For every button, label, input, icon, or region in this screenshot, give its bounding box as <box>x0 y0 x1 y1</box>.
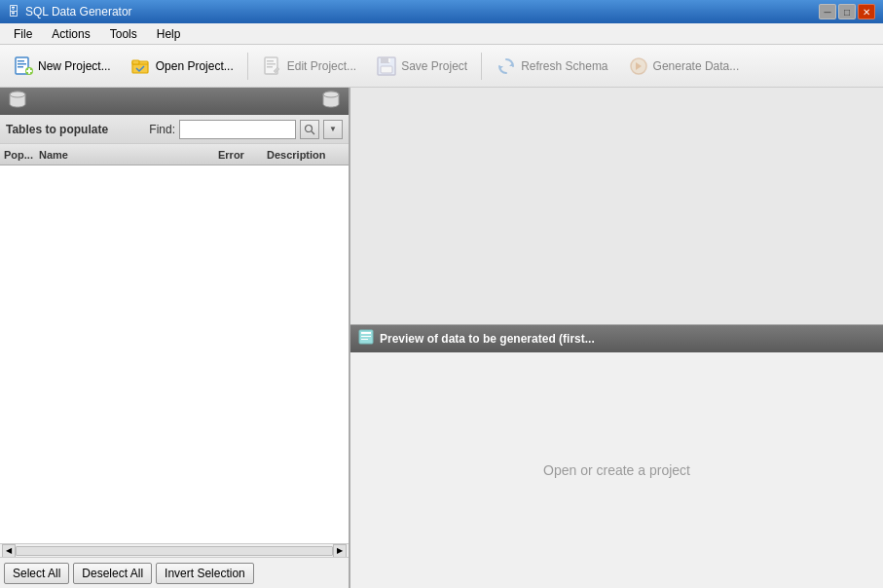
preview-content: Open or create a project <box>350 352 883 589</box>
refresh-schema-label: Refresh Schema <box>521 59 607 73</box>
horizontal-scrollbar[interactable]: ◀ ▶ <box>0 543 349 557</box>
svg-point-21 <box>10 92 25 97</box>
new-project-label: New Project... <box>38 59 111 73</box>
find-label: Find: <box>149 123 175 136</box>
svg-point-23 <box>323 92 339 97</box>
new-project-button[interactable]: New Project... <box>4 49 120 84</box>
open-project-button[interactable]: Open Project... <box>122 49 242 84</box>
refresh-schema-icon <box>496 55 517 77</box>
col-header-description: Description <box>267 149 345 161</box>
svg-rect-27 <box>361 332 371 334</box>
open-project-label: Open Project... <box>156 59 234 73</box>
main-area: Tables to populate Find: ▼ Pop... Name E… <box>0 88 883 588</box>
preview-header-icon <box>358 329 374 348</box>
minimize-button[interactable]: ─ <box>819 4 836 19</box>
panel-header <box>0 88 349 115</box>
generate-data-icon <box>628 55 649 77</box>
svg-rect-1 <box>18 60 24 62</box>
left-panel: Tables to populate Find: ▼ Pop... Name E… <box>0 88 350 588</box>
save-project-button[interactable]: Save Project <box>367 49 476 84</box>
refresh-schema-button[interactable]: Refresh Schema <box>487 49 616 84</box>
save-project-icon <box>376 55 397 77</box>
scroll-left-arrow[interactable]: ◀ <box>2 544 16 558</box>
svg-rect-15 <box>381 66 392 73</box>
open-project-icon <box>130 55 152 77</box>
svg-rect-14 <box>381 57 389 63</box>
svg-rect-10 <box>267 60 274 62</box>
edit-project-icon <box>262 55 283 77</box>
table-list <box>0 165 349 543</box>
panel-db-icon-1 <box>8 90 27 113</box>
svg-rect-8 <box>132 60 139 64</box>
preview-header: Preview of data to be generated (first..… <box>350 325 883 352</box>
panel-db-icon-2 <box>321 90 341 113</box>
maximize-button[interactable]: □ <box>838 4 856 19</box>
preview-placeholder-text: Open or create a project <box>543 462 690 478</box>
toolbar-separator-2 <box>481 53 482 80</box>
title-bar-controls: ─ □ ✕ <box>819 4 875 19</box>
title-bar-left: 🗄 SQL Data Generator <box>8 5 132 18</box>
svg-rect-3 <box>18 66 23 68</box>
scrollbar-track[interactable] <box>16 546 333 556</box>
find-dropdown-button[interactable]: ▼ <box>323 120 343 139</box>
app-title: SQL Data Generator <box>25 5 132 18</box>
tables-title: Tables to populate <box>6 123 108 136</box>
menu-help[interactable]: Help <box>147 25 191 43</box>
svg-rect-6 <box>26 70 32 72</box>
right-panel: Preview of data to be generated (first..… <box>350 88 883 588</box>
svg-line-25 <box>312 131 314 134</box>
tables-header: Tables to populate Find: ▼ <box>0 115 349 144</box>
table-columns-header: Pop... Name Error Description <box>0 144 349 165</box>
find-area: Find: ▼ <box>149 120 343 139</box>
edit-project-button[interactable]: Edit Project... <box>253 49 365 84</box>
svg-rect-11 <box>267 63 276 65</box>
menu-tools[interactable]: Tools <box>100 25 147 43</box>
svg-rect-2 <box>18 63 26 65</box>
right-panel-inner: Preview of data to be generated (first..… <box>350 88 883 588</box>
app-icon: 🗄 <box>8 5 19 18</box>
col-header-error: Error <box>218 149 267 161</box>
generate-data-button[interactable]: Generate Data... <box>619 49 749 84</box>
deselect-all-button[interactable]: Deselect All <box>73 563 152 584</box>
preview-title: Preview of data to be generated (first..… <box>380 332 595 346</box>
find-input[interactable] <box>179 120 296 139</box>
new-project-icon <box>13 55 34 77</box>
right-top-area <box>350 88 883 325</box>
toolbar-separator-1 <box>247 53 248 80</box>
col-header-pop: Pop... <box>4 149 39 161</box>
invert-selection-button[interactable]: Invert Selection <box>156 563 254 584</box>
svg-rect-29 <box>361 339 368 340</box>
menu-file[interactable]: File <box>4 25 42 43</box>
toolbar: New Project... Open Project... Edit Proj… <box>0 45 883 88</box>
generate-data-label: Generate Data... <box>653 59 740 73</box>
select-all-button[interactable]: Select All <box>4 563 69 584</box>
find-button[interactable] <box>300 120 319 139</box>
menu-bar: File Actions Tools Help <box>0 23 883 45</box>
svg-rect-12 <box>267 66 273 68</box>
save-project-label: Save Project <box>401 59 467 73</box>
close-button[interactable]: ✕ <box>858 4 875 19</box>
bottom-buttons: Select All Deselect All Invert Selection <box>0 557 349 588</box>
title-bar: 🗄 SQL Data Generator ─ □ ✕ <box>0 0 883 23</box>
svg-rect-28 <box>361 336 371 337</box>
menu-actions[interactable]: Actions <box>42 25 99 43</box>
col-header-name: Name <box>39 149 218 161</box>
svg-rect-16 <box>388 58 390 62</box>
scroll-right-arrow[interactable]: ▶ <box>333 544 347 558</box>
svg-point-24 <box>306 125 313 131</box>
edit-project-label: Edit Project... <box>287 59 356 73</box>
